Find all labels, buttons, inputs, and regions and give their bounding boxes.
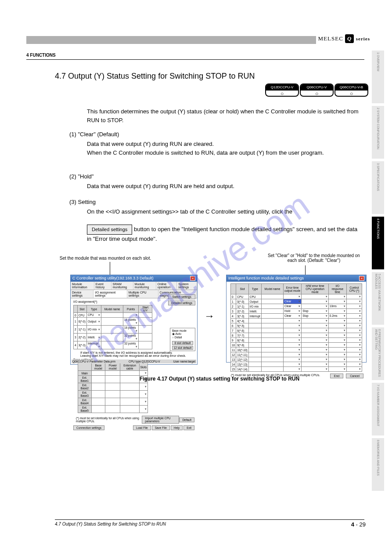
tab-sram[interactable]: SRAM monitoring: [111, 282, 133, 290]
default-btn[interactable]: Default: [179, 417, 194, 422]
detail-cell[interactable]: ▾: [302, 357, 329, 362]
io-cell[interactable]: [139, 326, 152, 334]
detail-cell[interactable]: ▾: [328, 319, 346, 323]
io-cell[interactable]: 32 points▾: [123, 334, 139, 341]
tab-module-monitor[interactable]: Module monitoring: [133, 282, 156, 290]
import-multiple-cpu-btn[interactable]: Import multiple CPU parameters: [142, 416, 179, 424]
detail-cell[interactable]: ▾: [346, 299, 362, 304]
detail-cell[interactable]: ▾: [328, 294, 346, 299]
detail-cell[interactable]: 10ms▾: [328, 304, 346, 309]
io-cell[interactable]: CPU▾: [86, 313, 101, 318]
side-tab-6[interactable]: 6 PREPARATORY PROCEDURES AND SETTING: [372, 327, 384, 380]
detail-cell[interactable]: ▾: [346, 367, 362, 372]
base-mode-detail[interactable]: Detail: [172, 336, 193, 339]
base-cell[interactable]: [91, 391, 105, 398]
side-tab-3[interactable]: 3 SPECIFICATIONS: [372, 161, 384, 214]
detail-cell[interactable]: Stop▾: [302, 309, 329, 314]
io-cell[interactable]: I/O mix▾: [86, 326, 101, 334]
detail-cell[interactable]: ▾: [346, 333, 362, 338]
detail-cell[interactable]: ▾: [283, 323, 301, 328]
io-cell[interactable]: [101, 313, 123, 318]
tab-online-op[interactable]: Online operation: [156, 282, 177, 290]
detail-cell[interactable]: ▾: [283, 367, 301, 372]
io-cell[interactable]: [139, 318, 152, 326]
detail-cell[interactable]: ▾: [346, 362, 362, 367]
save-file-btn[interactable]: Save File: [152, 425, 170, 430]
detail-cell[interactable]: 0.2ms▾: [328, 314, 346, 319]
side-tab-4[interactable]: 4 FUNCTIONS: [372, 217, 384, 269]
detail-cell[interactable]: ▾: [346, 319, 362, 323]
detail-cell[interactable]: ▾: [302, 367, 329, 372]
eight-slot-default-btn[interactable]: 8 slot default: [172, 341, 193, 345]
detail-cell[interactable]: ▾: [283, 294, 301, 299]
detail-cell[interactable]: Clear▾: [283, 314, 301, 319]
base-cell[interactable]: [105, 383, 120, 391]
detail-cell[interactable]: ▾: [346, 314, 362, 319]
load-file-btn[interactable]: Load File: [133, 425, 151, 430]
help-btn[interactable]: Help: [171, 425, 183, 430]
tab-multiple-cpu[interactable]: Multiple CPU settings: [127, 290, 158, 298]
base-cell[interactable]: [91, 398, 105, 406]
detail-cell[interactable]: Clear▾: [283, 299, 301, 304]
detail-cell[interactable]: ▾: [302, 343, 329, 348]
io-cell[interactable]: ▾: [123, 313, 139, 318]
io-cell[interactable]: 16 points▾: [123, 326, 139, 334]
detail-cell[interactable]: ▾: [302, 304, 329, 309]
detail-cell[interactable]: ▾: [328, 333, 346, 338]
io-cell[interactable]: 16 points▾: [123, 318, 139, 326]
detail-cell[interactable]: ▾: [302, 352, 329, 357]
twelve-slot-default-btn[interactable]: 12 slot default: [172, 346, 193, 350]
detail-cell[interactable]: ▾: [346, 338, 362, 343]
io-cell[interactable]: [139, 341, 152, 349]
io-cell[interactable]: [101, 341, 123, 349]
side-tab-1[interactable]: 1 OVERVIEW: [372, 51, 384, 103]
io-cell[interactable]: [101, 318, 123, 326]
detail-cell[interactable]: ▾: [346, 323, 362, 328]
io-cell[interactable]: Output▾: [86, 318, 101, 326]
detail-cell[interactable]: ▾: [283, 319, 301, 323]
switch-settings-button[interactable]: Switch settings: [168, 294, 195, 299]
detail-cell[interactable]: ▾: [283, 343, 301, 348]
detail-cell[interactable]: ▾: [302, 348, 329, 352]
tab-io-assignment[interactable]: I/O assignment settings: [94, 290, 127, 298]
base-cell[interactable]: [120, 398, 139, 406]
close-icon[interactable]: ×: [190, 276, 195, 281]
detail-cell[interactable]: ▾: [283, 357, 301, 362]
detail-cell[interactable]: ▾: [346, 348, 362, 352]
detail-cell[interactable]: ▾: [302, 338, 329, 343]
io-cell[interactable]: [101, 326, 123, 334]
detail-cell[interactable]: ▾: [346, 352, 362, 357]
base-cell[interactable]: [120, 391, 139, 398]
base-cell[interactable]: [120, 406, 139, 413]
tab-device-settings[interactable]: Device settings: [71, 290, 94, 298]
detail-cell[interactable]: ▾: [328, 348, 346, 352]
base-cell[interactable]: ▾: [139, 391, 147, 398]
base-cell[interactable]: ▾: [139, 383, 147, 391]
base-mode-auto[interactable]: Auto: [172, 332, 193, 336]
detail-cell[interactable]: Clear▾: [283, 304, 301, 309]
detail-cell[interactable]: ▾: [328, 338, 346, 343]
io-cell[interactable]: [139, 313, 152, 318]
detail-cell[interactable]: ▾: [328, 357, 346, 362]
detail-cell[interactable]: ▾: [283, 352, 301, 357]
base-cell[interactable]: ▾: [139, 398, 147, 406]
detail-cell[interactable]: ▾: [328, 309, 346, 314]
detail-cell[interactable]: Stop▾: [302, 314, 329, 319]
detail-cell[interactable]: ▾: [346, 343, 362, 348]
io-cell[interactable]: [101, 334, 123, 341]
detail-cell[interactable]: ▾: [302, 333, 329, 338]
side-tab-8[interactable]: 8 MEMORIES AND FILES: [372, 438, 384, 491]
detail-cell[interactable]: ▾: [346, 304, 362, 309]
exit-btn[interactable]: Exit: [183, 425, 194, 430]
detail-cell[interactable]: ▾: [328, 323, 346, 328]
detail-cell[interactable]: ▾: [346, 309, 362, 314]
base-cell[interactable]: ▾: [139, 406, 147, 413]
detail-cell[interactable]: ▾: [302, 294, 329, 299]
base-cell[interactable]: [120, 371, 139, 376]
detail-cell[interactable]: ▾: [328, 343, 346, 348]
detail-cell[interactable]: ▾: [328, 352, 346, 357]
base-cell[interactable]: [91, 383, 105, 391]
detail-cell[interactable]: ▾: [328, 299, 346, 304]
base-cell[interactable]: [105, 391, 120, 398]
connection-settings-btn[interactable]: Connection settings: [73, 425, 104, 430]
